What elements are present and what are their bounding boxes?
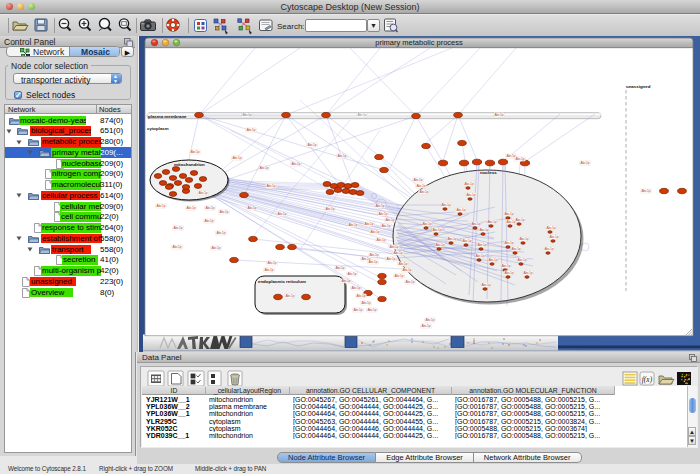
svg-text:Abc1p: Abc1p xyxy=(385,218,394,222)
svg-text:Abc1p: Abc1p xyxy=(156,204,165,208)
svg-text:Abc1p: Abc1p xyxy=(456,208,465,212)
svg-text:Abc1p: Abc1p xyxy=(523,271,532,275)
svg-text:Abc1p: Abc1p xyxy=(435,243,444,247)
svg-text:Abc1p: Abc1p xyxy=(504,212,513,216)
svg-text:Abc1p: Abc1p xyxy=(580,161,589,165)
svg-text:Abc1p: Abc1p xyxy=(341,279,350,283)
svg-text:Abc1p: Abc1p xyxy=(544,247,553,251)
svg-text:Abc1p: Abc1p xyxy=(422,222,431,226)
svg-text:Abc1p: Abc1p xyxy=(367,308,376,312)
svg-text:Abc1p: Abc1p xyxy=(519,237,528,241)
svg-text:unassigned: unassigned xyxy=(626,84,651,89)
svg-text:Abc1p: Abc1p xyxy=(247,206,256,210)
svg-text:Abc1p: Abc1p xyxy=(357,113,366,117)
svg-text:Abc1p: Abc1p xyxy=(219,210,228,214)
svg-text:Abc1p: Abc1p xyxy=(376,238,385,242)
svg-text:Abc1p: Abc1p xyxy=(432,228,441,232)
svg-text:Abc1p: Abc1p xyxy=(173,226,182,230)
svg-text:Abc1p: Abc1p xyxy=(546,226,555,230)
svg-text:Abc1p: Abc1p xyxy=(291,162,300,166)
svg-text:Abc1p: Abc1p xyxy=(394,274,403,278)
svg-text:Abc1p: Abc1p xyxy=(285,294,294,298)
svg-text:Abc1p: Abc1p xyxy=(348,223,357,227)
svg-text:Abc1p: Abc1p xyxy=(325,207,334,211)
svg-text:Abc1p: Abc1p xyxy=(494,113,503,117)
svg-text:Abc1p: Abc1p xyxy=(479,228,488,232)
svg-text:Abc1p: Abc1p xyxy=(515,157,524,161)
svg-text:Abc1p: Abc1p xyxy=(232,156,241,160)
svg-text:Abc1p: Abc1p xyxy=(353,308,362,312)
svg-text:cytoplasm: cytoplasm xyxy=(147,126,169,131)
svg-text:Abc1p: Abc1p xyxy=(378,212,387,216)
svg-text:Abc1p: Abc1p xyxy=(462,239,471,243)
svg-text:Abc1p: Abc1p xyxy=(416,184,425,188)
svg-text:Abc1p: Abc1p xyxy=(335,266,344,270)
svg-text:nucleus: nucleus xyxy=(480,170,497,175)
svg-text:Abc1p: Abc1p xyxy=(277,212,286,216)
svg-text:Abc1p: Abc1p xyxy=(347,272,356,276)
svg-text:Abc1p: Abc1p xyxy=(266,184,275,188)
svg-text:Abc1p: Abc1p xyxy=(425,318,434,322)
svg-text:Abc1p: Abc1p xyxy=(389,245,398,249)
svg-text:Abc1p: Abc1p xyxy=(242,113,251,117)
svg-text:Abc1p: Abc1p xyxy=(506,220,515,224)
svg-text:primary metabolic process: primary metabolic process xyxy=(375,38,463,47)
svg-text:Abc1p: Abc1p xyxy=(356,294,365,298)
svg-text:Abc1p: Abc1p xyxy=(368,260,377,264)
svg-text:Abc1p: Abc1p xyxy=(504,271,513,275)
svg-text:Abc1p: Abc1p xyxy=(501,264,510,268)
svg-text:Abc1p: Abc1p xyxy=(477,243,486,247)
svg-text:Abc1p: Abc1p xyxy=(398,262,407,266)
svg-text:Abc1p: Abc1p xyxy=(375,204,384,208)
svg-text:Abc1p: Abc1p xyxy=(549,235,558,239)
svg-text:Abc1p: Abc1p xyxy=(641,189,650,193)
svg-text:f(x): f(x) xyxy=(642,375,653,384)
svg-text:Abc1p: Abc1p xyxy=(402,268,411,272)
svg-text:Abc1p: Abc1p xyxy=(517,258,526,262)
svg-text:Abc1p: Abc1p xyxy=(487,220,496,224)
svg-text:Abc1p: Abc1p xyxy=(447,237,456,241)
svg-text:Abc1p: Abc1p xyxy=(475,254,484,258)
svg-text:Abc1p: Abc1p xyxy=(466,193,475,197)
svg-text:Abc1p: Abc1p xyxy=(337,154,346,158)
svg-text:Abc1p: Abc1p xyxy=(471,222,480,226)
svg-text:Abc1p: Abc1p xyxy=(204,219,213,223)
svg-text:Abc1p: Abc1p xyxy=(172,245,181,249)
svg-text:Abc1p: Abc1p xyxy=(307,143,316,147)
svg-text:Abc1p: Abc1p xyxy=(370,230,379,234)
svg-text:Abc1p: Abc1p xyxy=(211,246,220,250)
svg-text:Abc1p: Abc1p xyxy=(421,324,430,328)
svg-text:Abc1p: Abc1p xyxy=(405,280,414,284)
svg-text:Abc1p: Abc1p xyxy=(351,286,360,290)
svg-text:Abc1p: Abc1p xyxy=(381,224,390,228)
svg-text:Abc1p: Abc1p xyxy=(464,182,473,186)
svg-text:Abc1p: Abc1p xyxy=(393,251,402,255)
svg-text:Abc1p: Abc1p xyxy=(216,231,225,235)
svg-text:Abc1p: Abc1p xyxy=(419,190,428,194)
svg-text:Abc1p: Abc1p xyxy=(511,247,520,251)
svg-text:Abc1p: Abc1p xyxy=(481,283,490,287)
svg-text:Abc1p: Abc1p xyxy=(364,222,373,226)
svg-text:Abc1p: Abc1p xyxy=(205,206,214,210)
svg-text:Abc1p: Abc1p xyxy=(413,178,422,182)
svg-text:Abc1p: Abc1p xyxy=(441,203,450,207)
svg-text:plasma membrane: plasma membrane xyxy=(148,114,187,119)
svg-text:Abc1p: Abc1p xyxy=(361,301,370,305)
svg-text:Abc1p: Abc1p xyxy=(515,218,524,222)
svg-text:mitochondrion: mitochondrion xyxy=(174,162,205,167)
svg-text:Abc1p: Abc1p xyxy=(386,257,395,261)
svg-text:Abc1p: Abc1p xyxy=(186,206,195,210)
svg-text:Abc1p: Abc1p xyxy=(488,258,497,262)
svg-text:Abc1p: Abc1p xyxy=(198,191,207,195)
svg-text:Abc1p: Abc1p xyxy=(504,241,513,245)
svg-text:Abc1p: Abc1p xyxy=(190,150,199,154)
svg-text:endoplasmic reticulum: endoplasmic reticulum xyxy=(258,279,306,284)
svg-text:Abc1p: Abc1p xyxy=(259,166,268,170)
svg-text:Abc1p: Abc1p xyxy=(264,268,273,272)
svg-text:Abc1p: Abc1p xyxy=(267,261,276,265)
svg-text:Abc1p: Abc1p xyxy=(246,128,255,132)
